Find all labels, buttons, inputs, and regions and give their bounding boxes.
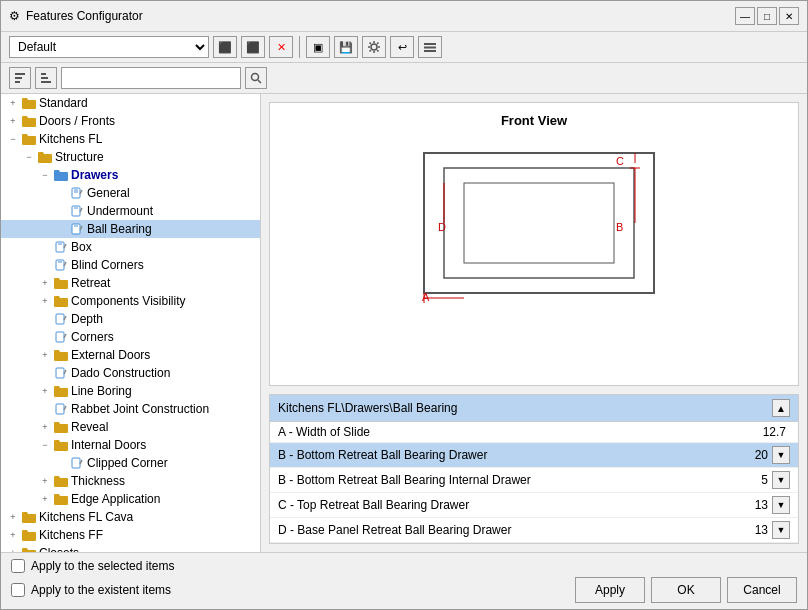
profile-select[interactable]: Default <box>9 36 209 58</box>
tree-label-general: General <box>85 186 130 200</box>
tree-item-kitchens-ff[interactable]: + Kitchens FF <box>1 526 260 544</box>
tree-item-line-boring[interactable]: + Line Boring <box>1 382 260 400</box>
tree-item-rabbet-joint[interactable]: Rabbet Joint Construction <box>1 400 260 418</box>
tree-toggle-edge-application[interactable]: + <box>37 491 53 507</box>
tree-item-dado-construction[interactable]: Dado Construction <box>1 364 260 382</box>
folder-icon-structure <box>37 149 53 165</box>
tree-toggle-kitchens-fl[interactable]: − <box>5 131 21 147</box>
tree-item-corners[interactable]: Corners <box>1 328 260 346</box>
prop-value-d-base: 13 <box>712 523 772 537</box>
prop-dropdown-d-base[interactable]: ▼ <box>772 521 790 539</box>
svg-rect-6 <box>15 81 20 83</box>
pencil-icon-general <box>69 185 85 201</box>
checkbox-existent[interactable] <box>11 583 25 597</box>
tree-item-doors-fronts[interactable]: + Doors / Fronts <box>1 112 260 130</box>
tree-toggle-components-visibility[interactable]: + <box>37 293 53 309</box>
tree-expand-btn[interactable] <box>35 67 57 89</box>
tree-toggle-undermount <box>53 203 69 219</box>
tree-toggle-line-boring[interactable]: + <box>37 383 53 399</box>
toolbar-btn-settings[interactable] <box>362 36 386 58</box>
tree-label-blind-corners: Blind Corners <box>69 258 144 272</box>
toolbar-btn-delete[interactable]: ✕ <box>269 36 293 58</box>
tree-item-blind-corners[interactable]: Blind Corners <box>1 256 260 274</box>
tree-toggle-structure[interactable]: − <box>21 149 37 165</box>
tree-item-kitchens-fl-cava[interactable]: + Kitchens FL Cava <box>1 508 260 526</box>
tree-toggle-kitchens-fl-cava[interactable]: + <box>5 509 21 525</box>
search-input[interactable] <box>61 67 241 89</box>
tree-item-retreat[interactable]: + Retreat <box>1 274 260 292</box>
search-go-btn[interactable] <box>245 67 267 89</box>
tree-label-external-doors: External Doors <box>69 348 150 362</box>
prop-dropdown-b-bottom[interactable]: ▼ <box>772 446 790 464</box>
tree-item-edge-application[interactable]: + Edge Application <box>1 490 260 508</box>
toolbar-btn-save[interactable]: 💾 <box>334 36 358 58</box>
tree-item-undermount[interactable]: Undermount <box>1 202 260 220</box>
tree-toggle-standard[interactable]: + <box>5 95 21 111</box>
content-area: + Standard + Doors / Fronts − Kitchens F… <box>1 94 807 552</box>
tree-toggle-external-doors[interactable]: + <box>37 347 53 363</box>
svg-rect-1 <box>424 43 436 45</box>
tree-toggle-box <box>37 239 53 255</box>
toolbar-btn-copy2[interactable]: ⬛ <box>241 36 265 58</box>
apply-button[interactable]: Apply <box>575 577 645 603</box>
prop-dropdown-b-internal[interactable]: ▼ <box>772 471 790 489</box>
checkbox-selected-label[interactable]: Apply to the selected items <box>31 559 174 573</box>
tree-item-kitchens-fl[interactable]: − Kitchens FL <box>1 130 260 148</box>
svg-text:B: B <box>616 221 623 233</box>
tree-label-ball-bearing: Ball Bearing <box>85 222 152 236</box>
prop-dropdown-c-top[interactable]: ▼ <box>772 496 790 514</box>
tree-item-thickness[interactable]: + Thickness <box>1 472 260 490</box>
tree-item-clipped-corner[interactable]: Clipped Corner <box>1 454 260 472</box>
tree-toggle-closets[interactable]: + <box>5 545 21 552</box>
prop-label-width-slide: A - Width of Slide <box>278 425 730 439</box>
tree-item-closets[interactable]: + Closets <box>1 544 260 552</box>
props-collapse-btn[interactable]: ▲ <box>772 399 790 417</box>
toolbar-btn-undo[interactable]: ↩ <box>390 36 414 58</box>
close-button[interactable]: ✕ <box>779 7 799 25</box>
folder-icon-edge-application <box>53 491 69 507</box>
toolbar-btn-copy1[interactable]: ⬛ <box>213 36 237 58</box>
tree-toggle-internal-doors[interactable]: − <box>37 437 53 453</box>
tree-item-depth[interactable]: Depth <box>1 310 260 328</box>
tree-item-drawers[interactable]: − Drawers <box>1 166 260 184</box>
folder-icon-drawers <box>53 167 69 183</box>
prop-value-c-top: 13 <box>712 498 772 512</box>
tree-item-general[interactable]: General <box>1 184 260 202</box>
tree-label-internal-doors: Internal Doors <box>69 438 146 452</box>
tree-toggle-thickness[interactable]: + <box>37 473 53 489</box>
prop-row-b-internal[interactable]: B - Bottom Retreat Ball Bearing Internal… <box>270 468 798 493</box>
tree-label-doors-fronts: Doors / Fronts <box>37 114 115 128</box>
maximize-button[interactable]: □ <box>757 7 777 25</box>
prop-row-c-top[interactable]: C - Top Retreat Ball Bearing Drawer 13 ▼ <box>270 493 798 518</box>
cancel-button[interactable]: Cancel <box>727 577 797 603</box>
checkbox-existent-label[interactable]: Apply to the existent items <box>31 583 171 597</box>
tree-item-structure[interactable]: − Structure <box>1 148 260 166</box>
tree-toggle-kitchens-ff[interactable]: + <box>5 527 21 543</box>
minimize-button[interactable]: — <box>735 7 755 25</box>
tree-item-internal-doors[interactable]: − Internal Doors <box>1 436 260 454</box>
svg-point-10 <box>252 74 259 81</box>
pencil-icon-depth <box>53 311 69 327</box>
prop-row-b-bottom[interactable]: B - Bottom Retreat Ball Bearing Drawer 2… <box>270 443 798 468</box>
pencil-icon-undermount <box>69 203 85 219</box>
tree-item-external-doors[interactable]: + External Doors <box>1 346 260 364</box>
tree-item-ball-bearing[interactable]: Ball Bearing <box>1 220 260 238</box>
tree-toggle-blind-corners <box>37 257 53 273</box>
prop-row-d-base[interactable]: D - Base Panel Retreat Ball Bearing Draw… <box>270 518 798 543</box>
tree-toggle-drawers[interactable]: − <box>37 167 53 183</box>
tree-item-box[interactable]: Box <box>1 238 260 256</box>
tree-collapse-btn[interactable] <box>9 67 31 89</box>
checkbox-selected[interactable] <box>11 559 25 573</box>
svg-text:A: A <box>422 291 430 303</box>
tree-item-components-visibility[interactable]: + Components Visibility <box>1 292 260 310</box>
tree-toggle-reveal[interactable]: + <box>37 419 53 435</box>
title-bar: ⚙ Features Configurator — □ ✕ <box>1 1 807 32</box>
tree-toggle-doors-fronts[interactable]: + <box>5 113 21 129</box>
toolbar-btn-config[interactable] <box>418 36 442 58</box>
tree-item-reveal[interactable]: + Reveal <box>1 418 260 436</box>
tree-item-standard[interactable]: + Standard <box>1 94 260 112</box>
tree-label-dado-construction: Dado Construction <box>69 366 170 380</box>
tree-toggle-retreat[interactable]: + <box>37 275 53 291</box>
toolbar-btn-grid[interactable]: ▣ <box>306 36 330 58</box>
ok-button[interactable]: OK <box>651 577 721 603</box>
